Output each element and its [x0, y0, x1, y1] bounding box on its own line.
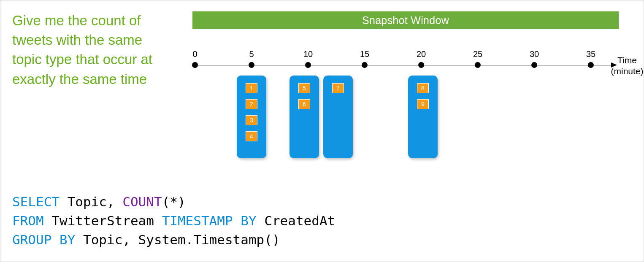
sql-text: (*)	[162, 194, 186, 209]
event-group: 89	[408, 76, 438, 158]
tick-label: 15	[360, 49, 369, 59]
event: 2	[246, 99, 257, 109]
event: 1	[246, 83, 257, 93]
sql-query: SELECT Topic, COUNT(*) FROM TwitterStrea…	[12, 192, 335, 249]
tick-label: 0	[192, 49, 197, 59]
tick-dot	[249, 62, 254, 68]
event-groups: 123456789	[192, 76, 614, 164]
timeline: 05101520253035 Time (minute)	[192, 43, 627, 81]
tick-dot	[362, 62, 368, 68]
sql-text: CreatedAt	[257, 213, 336, 228]
event: 6	[298, 99, 310, 109]
event: 7	[332, 83, 344, 93]
description-text: Give me the count of tweets with the sam…	[12, 11, 164, 89]
event-group: 7	[323, 76, 353, 158]
tick-dot	[475, 62, 481, 68]
sql-keyword-from: FROM	[12, 213, 44, 228]
tick-dot	[588, 62, 594, 68]
tick-label: 20	[417, 49, 426, 59]
tick-label: 10	[303, 49, 313, 59]
sql-keyword-timestamp-by: TIMESTAMP BY	[162, 213, 257, 228]
event: 4	[246, 131, 257, 141]
tick-label: 35	[586, 49, 595, 59]
tick-dot	[418, 62, 424, 68]
axis-subtitle: (minute)	[610, 66, 644, 76]
event-group: 1234	[237, 76, 266, 158]
event-group: 56	[290, 76, 319, 158]
tick-dot	[305, 62, 311, 68]
tick-dot	[531, 62, 537, 68]
sql-keyword-count: COUNT	[122, 194, 162, 209]
tick-dot	[192, 62, 198, 68]
sql-keyword-group-by: GROUP BY	[12, 232, 75, 247]
tick-label: 25	[473, 49, 482, 59]
sql-text: Topic,	[60, 194, 122, 209]
event: 5	[298, 83, 310, 93]
axis-line	[192, 65, 614, 65]
event: 3	[246, 115, 257, 125]
tick-label: 5	[249, 49, 254, 59]
snapshot-window-header: Snapshot Window	[192, 11, 619, 29]
axis-title: Time	[610, 55, 644, 65]
sql-text: Topic, System.Timestamp()	[75, 232, 280, 247]
tick-label: 30	[530, 49, 539, 59]
sql-keyword-select: SELECT	[12, 194, 60, 209]
sql-text: TwitterStream	[44, 213, 162, 228]
event: 8	[417, 83, 429, 93]
event: 9	[417, 99, 429, 109]
